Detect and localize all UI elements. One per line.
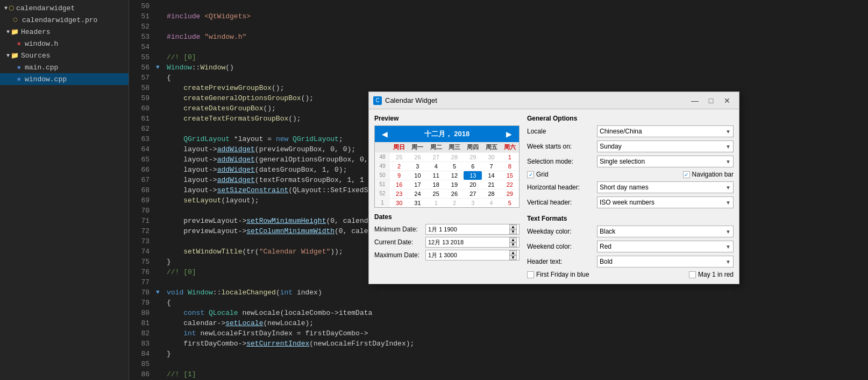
calendar-day[interactable]: 12 (445, 171, 464, 180)
current-date-down[interactable]: ▼ (509, 242, 517, 247)
calendar-week-num: 52 (375, 189, 390, 198)
sidebar-item-windowcpp[interactable]: ■ window.cpp (0, 73, 129, 85)
sidebar: ▼ ⬡ calendarwidget ⬡ calendarwidget.pro … (0, 0, 129, 380)
min-date-up[interactable]: ▲ (509, 224, 517, 229)
line-numbers: 5051525354555657585960616263646566676869… (129, 0, 156, 380)
calendar-day[interactable]: 18 (427, 180, 445, 189)
calendar-day[interactable]: 8 (501, 162, 519, 171)
navbar-checkbox-item[interactable]: Navigation bar (683, 171, 734, 178)
week-starts-select[interactable]: Sunday ▼ (597, 140, 734, 152)
calendar-day[interactable]: 23 (390, 189, 408, 198)
calendar-day[interactable]: 9 (390, 171, 408, 180)
calendar-day[interactable]: 5 (501, 199, 519, 207)
sidebar-item-sources[interactable]: ▼ 📁 Sources (0, 50, 129, 61)
calendar-day[interactable]: 13 (464, 171, 482, 180)
current-date-input[interactable]: 12月 13 2018 ▲ ▼ (425, 237, 520, 248)
calendar-day[interactable]: 31 (408, 199, 426, 207)
calendar-day[interactable]: 22 (501, 180, 519, 189)
sources-label: Sources (21, 52, 51, 60)
calendar-day[interactable]: 24 (408, 189, 426, 198)
calendar-day[interactable]: 20 (464, 180, 482, 189)
sidebar-item-headers[interactable]: ▼ 📁 Headers (0, 26, 129, 38)
selection-mode-arrow: ▼ (725, 159, 731, 165)
week-starts-arrow: ▼ (725, 144, 731, 150)
code-line (165, 22, 868, 32)
dialog-body: Preview ◀ 十二月， 2018 ▶ 周日周一周二周三周四周五周六4825… (369, 109, 739, 284)
min-date-spinner: ▲ ▼ (509, 224, 517, 234)
calendar-day[interactable]: 1 (427, 199, 445, 207)
max-date-up[interactable]: ▲ (509, 250, 517, 255)
calendar-day[interactable]: 1 (501, 153, 519, 161)
calendar-day[interactable]: 21 (482, 180, 500, 189)
header-text-row: Header text: Bold ▼ (527, 256, 734, 268)
calendar-day[interactable]: 3 (408, 162, 426, 171)
calendar-day[interactable]: 16 (390, 180, 408, 189)
calendar-day[interactable]: 29 (501, 189, 519, 198)
calendar-day[interactable]: 10 (408, 171, 426, 180)
calendar-next-button[interactable]: ▶ (503, 128, 516, 140)
calendar-day[interactable]: 5 (445, 162, 464, 171)
calendar-day[interactable]: 28 (482, 189, 500, 198)
calendar-dow-row: 周日周一周二周三周四周五周六 (375, 142, 519, 152)
calendar-day[interactable]: 25 (390, 153, 408, 161)
current-date-up[interactable]: ▲ (509, 237, 517, 242)
first-friday-checkbox[interactable] (527, 271, 534, 278)
code-line: //! [0] (165, 52, 868, 62)
maximize-button[interactable]: □ (703, 95, 718, 107)
maincpp-label: main.cpp (25, 64, 58, 72)
calendar-day[interactable]: 4 (427, 162, 445, 171)
may1-checkbox[interactable] (689, 271, 696, 278)
max-date-down[interactable]: ▼ (509, 255, 517, 260)
navbar-checkbox[interactable] (683, 171, 690, 178)
minimize-button[interactable]: — (687, 95, 702, 107)
first-friday-item[interactable]: First Friday in blue (527, 271, 589, 278)
dialog-right-panel: General Options Locale Chinese/China ▼ W… (527, 115, 734, 278)
weekend-color-select[interactable]: Red ▼ (597, 241, 734, 252)
calendar-day[interactable]: 19 (445, 180, 464, 189)
close-button[interactable]: ✕ (720, 95, 735, 107)
calendar-day[interactable]: 2 (445, 199, 464, 207)
calendar-prev-button[interactable]: ◀ (378, 128, 391, 140)
cpp-file-icon: ■ (17, 65, 20, 71)
calendar-day[interactable]: 30 (390, 199, 408, 207)
sidebar-item-windowh[interactable]: ■ window.h (0, 38, 129, 50)
grid-checkbox-item[interactable]: Grid (527, 171, 549, 178)
calendar-day[interactable]: 30 (482, 153, 500, 161)
dialog-left-panel: Preview ◀ 十二月， 2018 ▶ 周日周一周二周三周四周五周六4825… (374, 115, 520, 278)
calendar-day[interactable]: 29 (464, 153, 482, 161)
calendar-day[interactable]: 11 (427, 171, 445, 180)
calendar-day[interactable]: 14 (482, 171, 500, 180)
locale-select[interactable]: Chinese/China ▼ (597, 125, 734, 137)
calendar-day[interactable]: 2 (390, 162, 408, 171)
may1-item[interactable]: May 1 in red (689, 271, 734, 278)
max-date-input[interactable]: 1月 1 3000 ▲ ▼ (425, 250, 520, 261)
calendar-day[interactable]: 27 (464, 189, 482, 198)
grid-checkbox[interactable] (527, 171, 534, 178)
code-line: void Window::localeChanged(int index) (165, 287, 868, 298)
calendar-week-row: 492345678 (375, 161, 519, 171)
header-text-select[interactable]: Bold ▼ (597, 256, 734, 268)
calendar-day[interactable]: 4 (482, 199, 500, 207)
sidebar-item-pro[interactable]: ⬡ calendarwidget.pro (0, 14, 129, 26)
locale-dropdown-arrow: ▼ (725, 129, 731, 135)
calendar-day[interactable]: 27 (427, 153, 445, 161)
calendar-day[interactable]: 26 (408, 153, 426, 161)
horiz-header-select[interactable]: Short day names ▼ (597, 181, 734, 193)
min-date-down[interactable]: ▼ (509, 229, 517, 234)
calendar-day[interactable]: 7 (482, 162, 500, 171)
calendar-day[interactable]: 28 (445, 153, 464, 161)
sidebar-item-maincpp[interactable]: ■ main.cpp (0, 61, 129, 73)
min-date-input[interactable]: 1月 1 1900 ▲ ▼ (425, 224, 520, 235)
expand-arrow-sources: ▼ (6, 53, 10, 59)
windowh-label: window.h (25, 40, 58, 48)
calendar-day[interactable]: 25 (427, 189, 445, 198)
calendar-day[interactable]: 3 (464, 199, 482, 207)
weekday-color-select[interactable]: Black ▼ (597, 226, 734, 237)
calendar-day[interactable]: 15 (501, 171, 519, 180)
sidebar-item-project[interactable]: ▼ ⬡ calendarwidget (0, 2, 129, 14)
selection-mode-select[interactable]: Single selection ▼ (597, 156, 734, 167)
calendar-day[interactable]: 26 (445, 189, 464, 198)
vert-header-select[interactable]: ISO week numbers ▼ (597, 196, 734, 208)
calendar-day[interactable]: 6 (464, 162, 482, 171)
calendar-day[interactable]: 17 (408, 180, 426, 189)
